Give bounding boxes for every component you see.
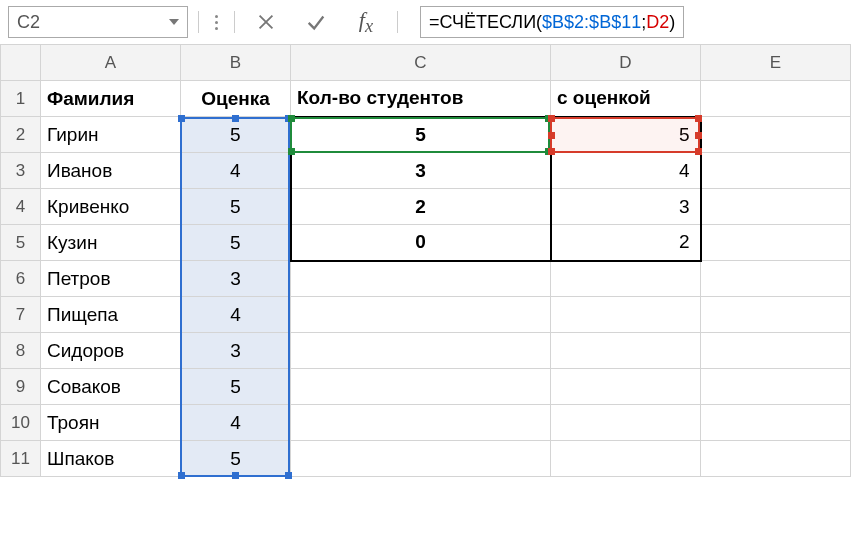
cell[interactable] <box>701 405 851 441</box>
cell[interactable]: 4 <box>181 153 291 189</box>
cancel-button[interactable] <box>245 8 287 36</box>
row-header[interactable]: 9 <box>1 369 41 405</box>
cell[interactable] <box>701 117 851 153</box>
row-header[interactable]: 11 <box>1 441 41 477</box>
cell[interactable] <box>551 405 701 441</box>
col-header[interactable]: C <box>291 45 551 81</box>
formula-bar: C2 fx =СЧЁТЕСЛИ($B$2:$B$11;D2) <box>0 0 860 44</box>
cell[interactable]: 0 <box>291 225 551 261</box>
cell[interactable]: 3 <box>181 333 291 369</box>
row-header[interactable]: 10 <box>1 405 41 441</box>
row-header[interactable]: 7 <box>1 297 41 333</box>
cell[interactable]: 5 <box>551 117 701 153</box>
cell[interactable]: с оценкой <box>551 81 701 117</box>
corner-cell[interactable] <box>1 45 41 81</box>
cell[interactable] <box>551 297 701 333</box>
row-header[interactable]: 4 <box>1 189 41 225</box>
accept-button[interactable] <box>295 8 337 36</box>
fx-button[interactable]: fx <box>345 8 387 36</box>
spreadsheet-grid[interactable]: A B C D E 1 Фамилия Оценка Кол-во студен… <box>0 44 860 477</box>
cell[interactable]: Троян <box>41 405 181 441</box>
cell[interactable] <box>551 369 701 405</box>
cell[interactable]: Шпаков <box>41 441 181 477</box>
cell[interactable] <box>291 333 551 369</box>
cell[interactable]: 4 <box>181 405 291 441</box>
cell[interactable] <box>551 333 701 369</box>
cell[interactable]: Петров <box>41 261 181 297</box>
separator <box>397 11 398 33</box>
cell[interactable]: Кол-во студентов <box>291 81 551 117</box>
formula-arg1: $B$2:$B$11 <box>542 12 641 33</box>
cell[interactable] <box>291 297 551 333</box>
cell[interactable] <box>701 441 851 477</box>
row-header[interactable]: 8 <box>1 333 41 369</box>
formula-suffix: ) <box>669 12 675 33</box>
row-header[interactable]: 6 <box>1 261 41 297</box>
cell[interactable] <box>701 81 851 117</box>
cell[interactable]: 2 <box>291 189 551 225</box>
cell[interactable] <box>291 261 551 297</box>
row-header[interactable]: 3 <box>1 153 41 189</box>
col-header[interactable]: A <box>41 45 181 81</box>
cell[interactable]: 3 <box>291 153 551 189</box>
cell[interactable]: Фамилия <box>41 81 181 117</box>
cell[interactable] <box>701 225 851 261</box>
cell[interactable]: 4 <box>551 153 701 189</box>
separator <box>234 11 235 33</box>
fx-icon: fx <box>359 7 373 37</box>
formula-input[interactable]: =СЧЁТЕСЛИ($B$2:$B$11;D2) <box>420 6 684 38</box>
cell[interactable]: Кузин <box>41 225 181 261</box>
cell[interactable] <box>701 261 851 297</box>
cell[interactable] <box>291 441 551 477</box>
cell[interactable]: Иванов <box>41 153 181 189</box>
name-box-value: C2 <box>17 12 169 33</box>
row-header[interactable]: 5 <box>1 225 41 261</box>
cell[interactable]: 5 <box>181 117 291 153</box>
check-icon <box>305 11 327 33</box>
col-header[interactable]: E <box>701 45 851 81</box>
cell[interactable] <box>291 369 551 405</box>
cell[interactable]: Сидоров <box>41 333 181 369</box>
formula-arg2: D2 <box>646 12 669 33</box>
separator <box>198 11 199 33</box>
row-header[interactable]: 1 <box>1 81 41 117</box>
cell[interactable]: Гирин <box>41 117 181 153</box>
cell[interactable]: 5 <box>291 117 551 153</box>
cell[interactable] <box>291 405 551 441</box>
cell[interactable]: 5 <box>181 369 291 405</box>
cell[interactable]: 5 <box>181 441 291 477</box>
cell[interactable]: 5 <box>181 189 291 225</box>
cell[interactable]: 5 <box>181 225 291 261</box>
cell[interactable] <box>701 369 851 405</box>
cell[interactable]: Оценка <box>181 81 291 117</box>
row-header[interactable]: 2 <box>1 117 41 153</box>
x-icon <box>255 11 277 33</box>
cell[interactable] <box>701 189 851 225</box>
cell[interactable]: Пищепа <box>41 297 181 333</box>
cell[interactable]: 3 <box>181 261 291 297</box>
cell[interactable] <box>701 153 851 189</box>
formula-text: =СЧЁТЕСЛИ( <box>429 12 542 33</box>
cell[interactable] <box>551 441 701 477</box>
cell[interactable]: Кривенко <box>41 189 181 225</box>
cell[interactable] <box>551 261 701 297</box>
name-box[interactable]: C2 <box>8 6 188 38</box>
cell[interactable]: 4 <box>181 297 291 333</box>
cell[interactable] <box>701 297 851 333</box>
col-header[interactable]: D <box>551 45 701 81</box>
chevron-down-icon[interactable] <box>169 19 179 25</box>
cell[interactable]: 2 <box>551 225 701 261</box>
cell[interactable]: 3 <box>551 189 701 225</box>
cell[interactable]: Соваков <box>41 369 181 405</box>
cell[interactable] <box>701 333 851 369</box>
col-header[interactable]: B <box>181 45 291 81</box>
ellipsis-icon[interactable] <box>209 15 224 30</box>
